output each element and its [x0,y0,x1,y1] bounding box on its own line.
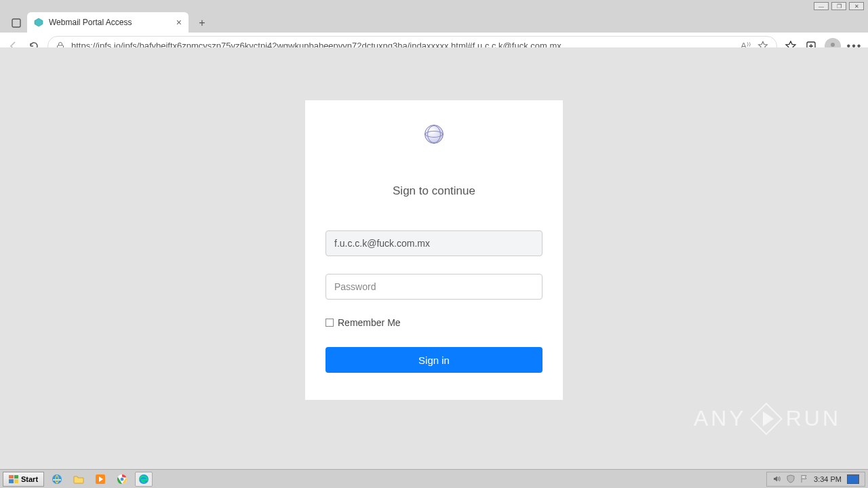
tray-flag-icon[interactable] [800,474,808,483]
window-maximize-button[interactable]: ❐ [831,2,846,10]
window-minimize-button[interactable]: — [814,2,829,10]
email-field[interactable]: f.u.c.c.k@fuck.com.mx [326,230,542,256]
taskbar-edge-icon[interactable] [135,472,153,487]
tab-close-button[interactable]: × [176,18,182,27]
tray-clock[interactable]: 3:34 PM [814,475,842,483]
tray-volume-icon[interactable] [772,474,781,483]
svg-point-5 [52,474,62,484]
svg-rect-0 [12,19,20,27]
taskbar-chrome-icon[interactable] [113,472,131,487]
svg-marker-1 [35,18,43,26]
start-button[interactable]: Start [3,472,44,487]
login-heading: Sign to continue [393,184,475,198]
taskbar: Start 3:34 PM [0,469,868,488]
password-placeholder: Password [334,281,376,292]
page-viewport: Sign to continue f.u.c.c.k@fuck.com.mx P… [0,47,868,469]
remember-me-label: Remember Me [338,317,401,328]
login-card: Sign to continue f.u.c.c.k@fuck.com.mx P… [305,100,563,400]
browser-tabstrip: Webmail Portal Access × + [0,12,868,33]
start-label: Start [21,475,38,483]
svg-point-4 [831,43,835,47]
tray-shield-icon[interactable] [787,474,795,483]
browser-tab-active[interactable]: Webmail Portal Access × [27,12,189,33]
tray-monitor-icon[interactable] [847,474,859,484]
windows-logo-icon [9,475,18,483]
tab-favicon-icon [34,18,43,27]
password-field[interactable]: Password [326,274,542,300]
watermark: ANY RUN [694,406,841,431]
remember-me-checkbox[interactable] [326,319,334,327]
taskbar-ie-icon[interactable] [48,472,66,487]
taskbar-explorer-icon[interactable] [70,472,87,487]
tab-actions-button[interactable] [5,14,27,33]
remember-me-row[interactable]: Remember Me [326,317,542,328]
taskbar-media-icon[interactable] [92,472,109,487]
play-icon [750,402,783,434]
tab-title: Webmail Portal Access [49,18,171,27]
email-value: f.u.c.c.k@fuck.com.mx [334,238,430,249]
globe-icon [425,125,443,144]
window-titlebar: — ❐ ✕ [0,0,868,12]
watermark-left: ANY [694,406,747,431]
system-tray[interactable]: 3:34 PM [766,472,865,487]
svg-point-9 [120,477,124,481]
new-tab-button[interactable]: + [193,14,212,33]
watermark-right: RUN [786,406,841,431]
window-close-button[interactable]: ✕ [849,2,864,10]
sign-in-button[interactable]: Sign in [326,347,542,373]
